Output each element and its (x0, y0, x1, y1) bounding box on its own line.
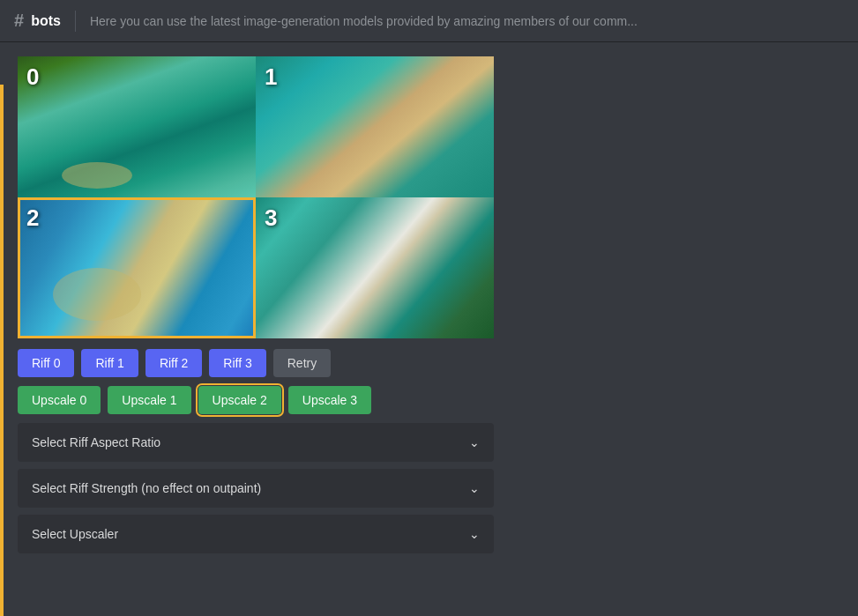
riff-1-button[interactable]: Riff 1 (81, 349, 138, 377)
image-number-3: 3 (265, 204, 277, 232)
riff-button-row: Riff 0 Riff 1 Riff 2 Riff 3 Retry (18, 349, 494, 377)
upscaler-chevron-icon: ⌄ (469, 527, 480, 541)
upscale-1-button[interactable]: Upscale 1 (108, 386, 190, 414)
image-cell-2[interactable]: 2 (18, 197, 256, 338)
riff-strength-chevron-icon: ⌄ (469, 481, 480, 495)
upscale-3-button[interactable]: Upscale 3 (288, 386, 371, 414)
riff-3-button[interactable]: Riff 3 (209, 349, 265, 377)
image-grid: 0 1 2 3 (18, 56, 494, 338)
upscaler-dropdown-row: Select Upscaler ⌄ (18, 515, 494, 553)
channel-hash-icon: # (14, 11, 24, 31)
aspect-ratio-dropdown[interactable]: Select Riff Aspect Ratio ⌄ (18, 423, 494, 462)
image-number-2: 2 (26, 204, 39, 232)
upscale-0-button[interactable]: Upscale 0 (18, 386, 101, 414)
image-number-0: 0 (26, 63, 39, 91)
riff-strength-dropdown-row: Select Riff Strength (no effect on outpa… (18, 469, 494, 508)
aspect-ratio-dropdown-row: Select Riff Aspect Ratio ⌄ (18, 423, 494, 462)
main-content: 0 1 2 3 Riff 0 Riff 1 Riff 2 Riff 3 Retr… (0, 42, 858, 616)
channel-name: bots (31, 13, 61, 29)
upscale-2-button[interactable]: Upscale 2 (198, 386, 281, 414)
image-cell-0[interactable]: 0 (18, 56, 256, 197)
aspect-ratio-label: Select Riff Aspect Ratio (32, 435, 160, 449)
header-divider (75, 11, 76, 32)
upscaler-dropdown[interactable]: Select Upscaler ⌄ (18, 515, 494, 553)
riff-2-button[interactable]: Riff 2 (145, 349, 202, 377)
retry-button[interactable]: Retry (273, 349, 331, 377)
channel-header: # bots Here you can use the latest image… (0, 0, 858, 42)
riff-strength-label: Select Riff Strength (no effect on outpa… (32, 481, 261, 495)
upscale-button-row: Upscale 0 Upscale 1 Upscale 2 Upscale 3 (18, 386, 494, 414)
image-number-1: 1 (265, 63, 277, 91)
image-cell-1[interactable]: 1 (256, 56, 494, 197)
left-accent-bar (0, 85, 4, 616)
riff-0-button[interactable]: Riff 0 (18, 349, 74, 377)
image-cell-3[interactable]: 3 (256, 197, 494, 338)
upscaler-label: Select Upscaler (32, 527, 118, 541)
aspect-ratio-chevron-icon: ⌄ (469, 435, 480, 449)
riff-strength-dropdown[interactable]: Select Riff Strength (no effect on outpa… (18, 469, 494, 508)
channel-topic: Here you can use the latest image-genera… (90, 14, 638, 28)
